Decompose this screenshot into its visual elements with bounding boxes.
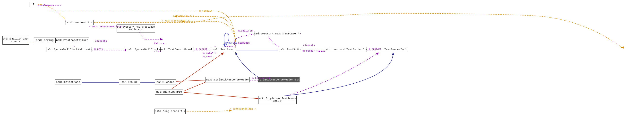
node-std-string: std::string (34, 38, 56, 43)
label-m-runner: m_runner (303, 50, 315, 52)
node-std-basic-string: std::basic_string<char > (2, 36, 29, 45)
node-ns3-ctrlbackresponseheader: ns3::CtrlBAckResponseHeader (206, 77, 250, 82)
node-ns3-testsuite: ns3::TestSuite (278, 47, 302, 52)
node-ns3-testcase: ns3::TestCase (211, 47, 235, 52)
label-m-tempdirt: m_tempDir (199, 10, 212, 12)
label-testcase-ptr: < ns3::TestCase * > (162, 20, 190, 22)
node-ns3-testrunnerimpl: ns3::TestRunnerImpl (376, 47, 407, 52)
node-ns3-header: ns3::Header (155, 80, 176, 85)
label-m-children: m_children (238, 30, 253, 32)
svg-line-11 (184, 92, 261, 99)
node-ns3-testcasefailure: ns3::TestCaseFailure (56, 38, 89, 43)
svg-line-9 (184, 81, 208, 91)
label-m-datadir: m_dataDir (203, 52, 216, 55)
label-elements-testcase: elements (238, 42, 250, 44)
label-elements-testsuite: elements (303, 44, 315, 47)
node-T: T (29, 2, 38, 7)
node-std-vector-testsuite-ptr: std::vector< TestSuite * > (326, 47, 367, 52)
node-ns3-noncopyable: ns3::NonCopyable (155, 89, 183, 95)
node-std-vector-testcase-ptr: std::vector< ns3::TestCase *> (254, 31, 300, 36)
node-ns3-objectbase: ns3::ObjectBase (55, 80, 81, 85)
label-m-priv: m_priv (94, 48, 103, 51)
label-m-parent: m_parent (226, 42, 237, 44)
label-m-name: m_name (203, 55, 212, 58)
node-std-vector-T: std::vector< T > (66, 20, 94, 25)
label-m-suites: m_suites (369, 48, 380, 51)
node-ns3-systemwallclockmsprivate: ns3::SystemWallClockMsPrivate (46, 47, 92, 52)
label-m-result: m_result (196, 48, 208, 51)
label-m-blockackhdr: m_blockAckHdr (252, 77, 271, 80)
node-ns3-testcaseresult: ns3::TestCase::Result (160, 47, 194, 52)
label-testrunnerimpl-template: < TestRunnerImpl > (230, 108, 256, 111)
label-testsuite-ptr: < TestSuite * > (172, 15, 194, 18)
svg-line-10 (170, 53, 224, 90)
arrows-svg (0, 0, 644, 127)
node-ns3-chunk: ns3::Chunk (119, 80, 140, 85)
node-ns3-singleton-testrunnerimpl: ns3::Singleton< TestRunnerImpl > (258, 96, 296, 104)
label-clock: clock (154, 50, 161, 53)
label-failure: failure (154, 42, 164, 45)
label-elements-T: elements (42, 4, 54, 7)
svg-line-8 (176, 80, 208, 81)
diagram-container: T std::basic_string<char > std::string s… (0, 0, 644, 127)
node-ns3-singleton-T: ns3::Singleton< T > (154, 109, 186, 114)
label-elements-failure: elements (95, 40, 107, 43)
label-testcasefailure-template: < ns3::TestCaseFailure > (90, 25, 124, 28)
